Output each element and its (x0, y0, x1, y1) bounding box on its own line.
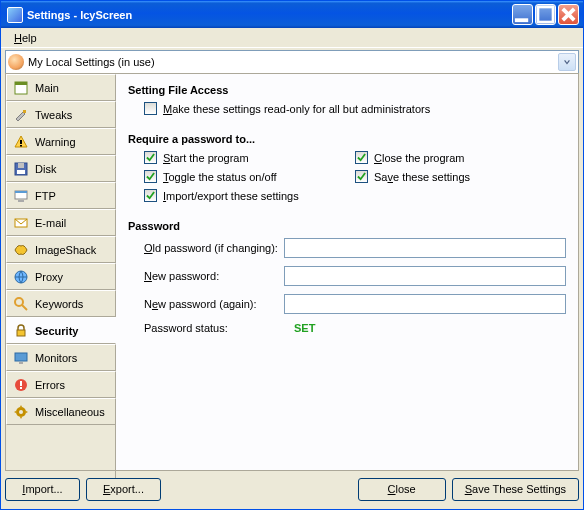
sidebar-item-email[interactable]: E-mail (6, 209, 116, 236)
sidebar-item-main[interactable]: Main (6, 74, 116, 101)
sidebar-item-disk[interactable]: Disk (6, 155, 116, 182)
proxy-icon (13, 269, 29, 285)
svg-rect-6 (23, 110, 26, 113)
profile-text: My Local Settings (in use) (28, 56, 558, 68)
sidebar-item-security[interactable]: Security (6, 317, 116, 344)
user-icon (8, 54, 24, 70)
import-checkbox[interactable] (144, 189, 157, 202)
again-password-label: New password (again): (144, 298, 284, 310)
sidebar-item-label: Monitors (35, 352, 77, 364)
sidebar-item-tweaks[interactable]: Tweaks (6, 101, 116, 128)
section-file-access: Setting File Access (128, 84, 566, 96)
menu-help[interactable]: Help (7, 30, 44, 46)
svg-rect-7 (20, 140, 22, 144)
save-button[interactable]: Save These Settings (452, 478, 579, 501)
monitors-icon (13, 350, 29, 366)
content-panel: Setting File Access Make these settings … (116, 73, 579, 471)
email-icon (13, 215, 29, 231)
errors-icon (13, 377, 29, 393)
toggle-label: Toggle the status on/off (163, 171, 277, 183)
sidebar-item-miscellaneous[interactable]: Miscellaneous (6, 398, 116, 425)
close-checkbox[interactable] (355, 151, 368, 164)
sidebar-item-label: Keywords (35, 298, 83, 310)
maximize-button[interactable] (535, 4, 556, 25)
import-button[interactable]: Import... (5, 478, 80, 501)
old-password-label: Old password (if changing): (144, 242, 284, 254)
password-status-label: Password status: (144, 322, 284, 334)
sidebar-item-warning[interactable]: Warning (6, 128, 116, 155)
svg-rect-8 (20, 145, 22, 147)
svg-rect-21 (19, 362, 23, 364)
sidebar-item-label: Disk (35, 163, 56, 175)
start-checkbox[interactable] (144, 151, 157, 164)
profile-selector[interactable]: My Local Settings (in use) (5, 50, 579, 74)
sidebar-item-label: Errors (35, 379, 65, 391)
chevron-down-icon[interactable] (558, 53, 576, 71)
sidebar-item-errors[interactable]: Errors (6, 371, 116, 398)
minimize-button[interactable] (512, 4, 533, 25)
toggle-checkbox[interactable] (144, 170, 157, 183)
close-button[interactable]: Close (358, 478, 446, 501)
sidebar-item-proxy[interactable]: Proxy (6, 263, 116, 290)
export-button[interactable]: Export... (86, 478, 161, 501)
sidebar-item-label: Main (35, 82, 59, 94)
svg-rect-24 (20, 387, 22, 389)
sidebar-item-label: E-mail (35, 217, 66, 229)
sidebar-item-label: Security (35, 325, 78, 337)
imageshack-icon (13, 242, 29, 258)
miscellaneous-icon (13, 404, 29, 420)
sidebar: MainTweaksWarningDiskFTPE-mailImageShack… (5, 73, 116, 471)
svg-rect-1 (538, 7, 553, 22)
svg-rect-23 (20, 381, 22, 386)
window-title: Settings - IcyScreen (27, 9, 512, 21)
again-password-input[interactable] (284, 294, 566, 314)
sidebar-item-label: Proxy (35, 271, 63, 283)
sidebar-item-label: ImageShack (35, 244, 96, 256)
close-window-button[interactable] (558, 4, 579, 25)
titlebar: Settings - IcyScreen (1, 1, 583, 28)
main-icon (13, 80, 29, 96)
sidebar-item-ftp[interactable]: FTP (6, 182, 116, 209)
close-label: Close the program (374, 152, 465, 164)
old-password-input[interactable] (284, 238, 566, 258)
sidebar-item-label: FTP (35, 190, 56, 202)
save-label: Save these settings (374, 171, 470, 183)
sidebar-item-monitors[interactable]: Monitors (6, 344, 116, 371)
disk-icon (13, 161, 29, 177)
ftp-icon (13, 188, 29, 204)
section-require-password: Require a password to... (128, 133, 566, 145)
security-icon (13, 323, 29, 339)
start-label: Start the program (163, 152, 249, 164)
warning-icon (13, 134, 29, 150)
svg-rect-11 (17, 170, 25, 174)
save-checkbox[interactable] (355, 170, 368, 183)
new-password-label: New password: (144, 270, 284, 282)
readonly-label: Make these settings read-only for all bu… (163, 103, 430, 115)
menubar: Help (1, 28, 583, 48)
svg-rect-0 (515, 18, 528, 22)
footer: Import... Export... Close Save These Set… (5, 475, 579, 503)
password-status-value: SET (294, 322, 315, 334)
svg-rect-19 (17, 330, 25, 336)
svg-rect-20 (15, 353, 27, 361)
import-label: Import/export these settings (163, 190, 299, 202)
sidebar-item-keywords[interactable]: Keywords (6, 290, 116, 317)
sidebar-item-label: Tweaks (35, 109, 72, 121)
sidebar-item-label: Miscellaneous (35, 406, 105, 418)
svg-line-18 (22, 305, 27, 310)
tweaks-icon (13, 107, 29, 123)
sidebar-item-imageshack[interactable]: ImageShack (6, 236, 116, 263)
new-password-input[interactable] (284, 266, 566, 286)
svg-rect-13 (15, 191, 27, 193)
svg-point-17 (15, 298, 23, 306)
svg-rect-14 (18, 200, 24, 202)
readonly-checkbox[interactable] (144, 102, 157, 115)
settings-window: Settings - IcyScreen Help My Local Setti… (0, 0, 584, 510)
sidebar-item-label: Warning (35, 136, 76, 148)
svg-rect-10 (18, 163, 24, 168)
app-icon (7, 7, 23, 23)
svg-point-26 (19, 410, 23, 414)
svg-rect-5 (15, 82, 27, 85)
section-password: Password (128, 220, 566, 232)
keywords-icon (13, 296, 29, 312)
